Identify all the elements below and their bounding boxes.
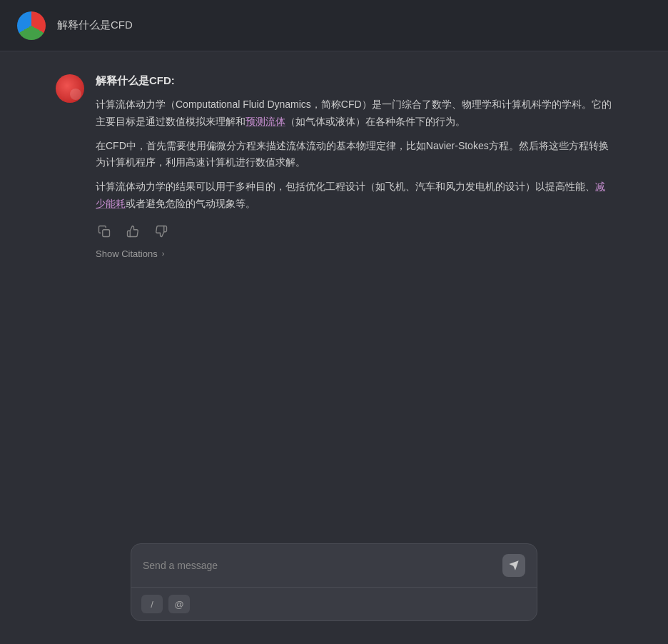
slash-icon: / [151,599,153,610]
message-label: 解释什么是CFD: [96,74,612,88]
at-icon: @ [174,599,183,610]
input-box: / @ [131,543,537,621]
send-button[interactable] [502,554,525,577]
header-title: 解释什么是CFD [57,19,133,32]
header-bar: 解释什么是CFD [0,0,668,51]
svg-rect-0 [103,230,110,237]
avatar [56,74,84,103]
citations-label: Show Citations [96,248,158,259]
slash-command-button[interactable]: / [141,595,163,613]
copy-icon[interactable] [96,223,113,240]
at-mention-button[interactable]: @ [168,595,190,613]
main-content: 解释什么是CFD: 计算流体动力学（Computational Fluid Dy… [0,51,668,644]
chevron-right-icon: › [162,249,165,258]
app-logo [17,11,46,40]
citations-toggle[interactable]: Show Citations › [96,248,612,259]
input-area: / @ [131,543,537,621]
message-paragraph-2: 在CFD中，首先需要使用偏微分方程来描述流体流动的基本物理定律，比如Navier… [96,138,612,172]
message-block: 解释什么是CFD: 计算流体动力学（Computational Fluid Dy… [56,74,612,259]
toolbar-row: / @ [131,588,537,620]
input-row [131,544,537,588]
message-input[interactable] [143,560,502,571]
message-paragraph-3: 计算流体动力学的结果可以用于多种目的，包括优化工程设计（如飞机、汽车和风力发电机… [96,178,612,213]
message-paragraph-1: 计算流体动力学（Computational Fluid Dynamics，简称C… [96,96,612,131]
thumbs-down-icon[interactable] [153,223,170,240]
thumbs-up-icon[interactable] [124,223,141,240]
action-bar [96,223,612,240]
message-content: 解释什么是CFD: 计算流体动力学（Computational Fluid Dy… [96,74,612,259]
